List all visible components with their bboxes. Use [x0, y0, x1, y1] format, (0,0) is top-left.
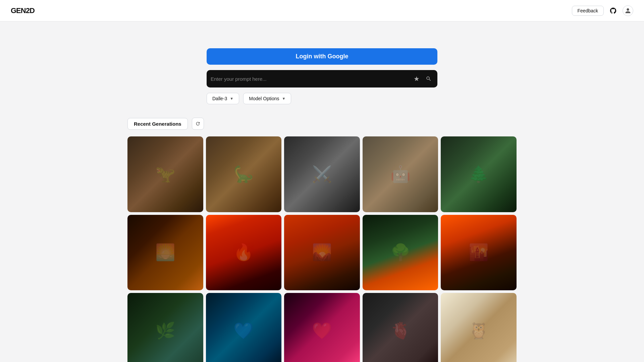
search-button[interactable]: [424, 74, 433, 83]
refresh-button[interactable]: [192, 118, 204, 130]
image-cell-r1c4[interactable]: 🤖: [363, 136, 438, 212]
image-cell-r1c2[interactable]: 🦕: [206, 136, 282, 212]
image-cell-r2c5[interactable]: 🌇: [441, 215, 517, 291]
sparkle-button[interactable]: [412, 74, 421, 83]
model-select-dropdown[interactable]: Dalle-3 ▼: [207, 93, 239, 104]
user-profile-icon[interactable]: [623, 5, 633, 16]
logo: GEN2D: [11, 6, 35, 15]
image-cell-r3c5[interactable]: 🦉: [441, 293, 517, 362]
image-cell-r2c4[interactable]: 🌳: [363, 215, 438, 291]
image-cell-r2c3[interactable]: 🌄: [284, 215, 360, 291]
main-content: Login with Google Dalle-3 ▼ Model Option…: [0, 21, 644, 362]
section-header: Recent Generations: [127, 118, 517, 130]
prompt-icons: [412, 74, 433, 83]
dropdowns-row: Dalle-3 ▼ Model Options ▼: [207, 93, 437, 104]
github-icon[interactable]: [608, 5, 619, 16]
image-cell-r3c3[interactable]: ❤️: [284, 293, 360, 362]
image-cell-r2c1[interactable]: 🌅: [127, 215, 203, 291]
image-cell-r1c3[interactable]: ⚔️: [284, 136, 360, 212]
recent-generations-label: Recent Generations: [127, 118, 188, 130]
prompt-container: [207, 70, 437, 87]
header: GEN2D Feedback: [0, 0, 644, 21]
login-google-button[interactable]: Login with Google: [207, 48, 437, 65]
header-right: Feedback: [572, 5, 633, 16]
model-options-label: Model Options: [249, 96, 279, 101]
image-cell-r3c2[interactable]: 💙: [206, 293, 282, 362]
feedback-button[interactable]: Feedback: [572, 6, 604, 16]
image-grid: 🦖 🦕 ⚔️ 🤖 🌲 🌅 🔥 🌄: [127, 136, 517, 362]
image-cell-r3c4[interactable]: 🫀: [363, 293, 438, 362]
image-cell-r3c1[interactable]: 🌿: [127, 293, 203, 362]
recent-generations-section: Recent Generations 🦖 🦕 ⚔️ 🤖: [127, 118, 517, 362]
model-options-dropdown[interactable]: Model Options ▼: [243, 93, 291, 104]
model-options-chevron: ▼: [282, 97, 286, 101]
image-cell-r1c5[interactable]: 🌲: [441, 136, 517, 212]
model-select-label: Dalle-3: [212, 96, 227, 101]
image-cell-r2c2[interactable]: 🔥: [206, 215, 282, 291]
model-select-chevron: ▼: [230, 97, 233, 101]
prompt-input[interactable]: [211, 76, 412, 82]
image-cell-r1c1[interactable]: 🦖: [127, 136, 203, 212]
